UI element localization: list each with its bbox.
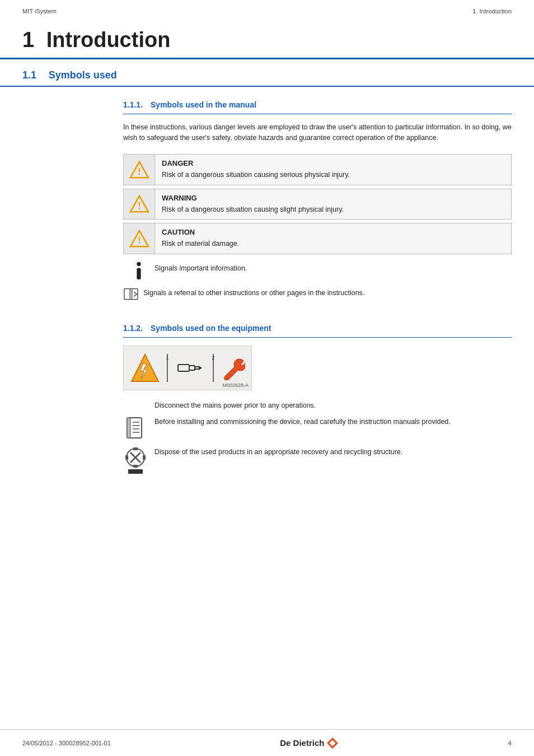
header-left: MIT iSystem xyxy=(22,8,57,15)
dedietrich-logo: De Dietrich xyxy=(280,737,339,749)
info-text: Signals important information. xyxy=(154,258,247,274)
page-number: 4 xyxy=(508,740,512,746)
info-icon-cell xyxy=(123,258,154,283)
svg-rect-35 xyxy=(128,469,143,474)
caution-box: ! CAUTION Risk of material damage. xyxy=(123,223,512,254)
reference-icon xyxy=(123,288,139,306)
equipment-lightning-icon xyxy=(130,353,160,383)
svg-rect-31 xyxy=(133,447,138,450)
caution-content: CAUTION Risk of material damage. xyxy=(155,223,511,254)
equipment-diagram: 1 2 M002628-A xyxy=(123,346,252,390)
svg-text:!: ! xyxy=(138,167,140,176)
recycle-svg-icon xyxy=(125,447,146,475)
diagram-label: M002628-A xyxy=(222,382,249,388)
main-content: 1.1.1. Symbols used in the manual In the… xyxy=(0,92,534,475)
ref-text: Signals a referral to other instructions… xyxy=(143,288,364,298)
page-footer: 24/05/2012 - 300028952-001-01 De Dietric… xyxy=(0,729,534,756)
svg-text:1: 1 xyxy=(166,355,169,361)
warning-content: WARNING Risk of a dangerous situation ca… xyxy=(155,189,511,220)
warning-text: Risk of a dangerous situation causing sl… xyxy=(162,204,504,215)
equip-text-disconnect: Disconnect the mains power prior to any … xyxy=(154,400,512,411)
subsection-1-1-1-block: 1.1.1. Symbols used in the manual xyxy=(123,92,512,114)
warning-label: WARNING xyxy=(162,194,504,202)
brand-logo-icon xyxy=(326,737,339,749)
svg-rect-34 xyxy=(143,455,146,460)
recycle-icon xyxy=(123,447,148,475)
ref-box: Signals a referral to other instructions… xyxy=(123,288,512,306)
danger-content: DANGER Risk of a dangerous situation cau… xyxy=(155,155,511,185)
diagram-connector-icon xyxy=(175,357,205,379)
info-icon xyxy=(129,261,149,283)
book-ref-icon xyxy=(123,288,139,301)
section-number: 1.1 xyxy=(22,69,36,81)
equip-text-manuals: Before installing and commissioning the … xyxy=(154,417,512,427)
footer-date: 24/05/2012 - 300028952-001-01 xyxy=(22,740,111,746)
section-title: Symbols used xyxy=(49,69,117,81)
equip-row-disconnect: Disconnect the mains power prior to any … xyxy=(123,400,512,411)
danger-box: ! DANGER Risk of a dangerous situation c… xyxy=(123,154,512,185)
svg-text:!: ! xyxy=(138,236,140,245)
manual-book-icon xyxy=(123,417,148,441)
equip-text-recycle: Dispose of the used products in an appro… xyxy=(154,447,512,458)
danger-label: DANGER xyxy=(162,159,504,167)
subsection-1-1-1-title: Symbols used in the manual xyxy=(151,100,256,109)
chapter-number: 1 xyxy=(22,28,34,52)
subsection-1-1-1-number: 1.1.1. xyxy=(123,100,143,109)
warning-box: ! WARNING Risk of a dangerous situation … xyxy=(123,189,512,220)
subsection-1-1-2-title: Symbols used on the equipment xyxy=(151,324,271,333)
section-1-1-block: 1.1 Symbols used xyxy=(0,59,534,87)
equip-row-manuals: Before installing and commissioning the … xyxy=(123,417,512,441)
equip-row-recycle: Dispose of the used products in an appro… xyxy=(123,447,512,475)
svg-rect-7 xyxy=(137,268,140,279)
caution-triangle-icon: ! xyxy=(129,230,149,248)
equipment-diagram-container: 1 2 M002628-A xyxy=(123,346,512,390)
svg-rect-33 xyxy=(125,455,128,460)
chapter-title: Introduction xyxy=(46,28,171,52)
svg-rect-32 xyxy=(133,465,138,468)
page-header: MIT iSystem 1. Introduction xyxy=(0,0,534,18)
svg-rect-23 xyxy=(127,418,130,438)
warning-icon-cell: ! xyxy=(124,189,155,220)
diagram-divider-2: 2 xyxy=(211,354,216,382)
chapter-title-block: 1 Introduction xyxy=(0,18,534,59)
book-icon xyxy=(125,417,146,441)
info-box: Signals important information. xyxy=(123,258,512,283)
subsection-1-1-2-number: 1.1.2. xyxy=(123,324,143,333)
svg-point-6 xyxy=(137,262,140,266)
danger-icon-cell: ! xyxy=(124,155,155,185)
caution-text: Risk of material damage. xyxy=(162,239,504,249)
header-right: 1. Introduction xyxy=(472,8,512,15)
svg-rect-17 xyxy=(189,366,195,370)
warning-triangle-icon: ! xyxy=(129,195,149,213)
caution-icon-cell: ! xyxy=(124,223,155,254)
svg-text:2: 2 xyxy=(212,355,214,361)
brand-name: De Dietrich xyxy=(280,738,324,748)
caution-label: CAUTION xyxy=(162,228,504,236)
svg-rect-8 xyxy=(124,289,130,300)
danger-triangle-icon: ! xyxy=(129,161,149,179)
svg-text:!: ! xyxy=(138,201,140,211)
svg-rect-16 xyxy=(178,365,189,371)
diagram-divider-1: 1 xyxy=(165,354,170,382)
diagram-wrench-icon xyxy=(221,356,245,380)
subsection-1-1-2-block: 1.1.2. Symbols used on the equipment xyxy=(123,316,512,338)
intro-paragraph: In these instructions, various danger le… xyxy=(123,122,512,144)
danger-text: Risk of a dangerous situation causing se… xyxy=(162,170,504,180)
